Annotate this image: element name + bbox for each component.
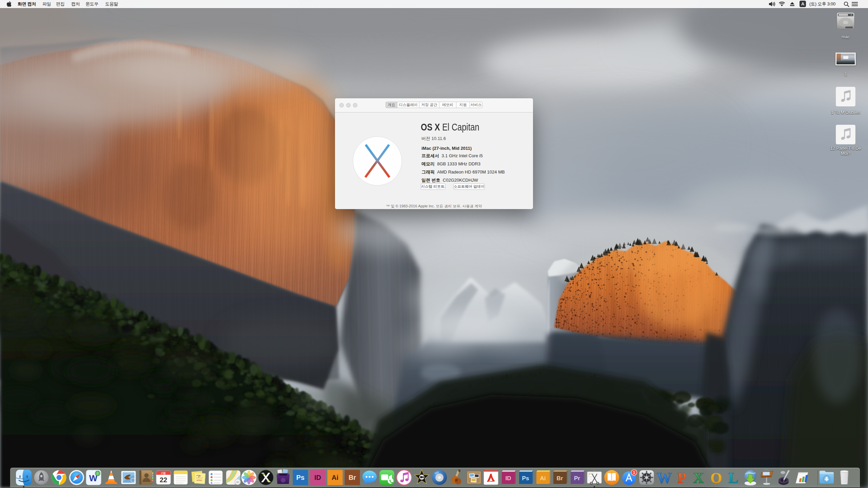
- svg-text:L: L: [728, 470, 738, 486]
- svg-text:1: 1: [633, 470, 635, 474]
- svg-text:22: 22: [160, 476, 167, 484]
- svg-text:A: A: [801, 1, 805, 6]
- svg-text:2월: 2월: [161, 471, 166, 475]
- svg-text:ID: ID: [314, 474, 321, 481]
- svg-text:3D: 3D: [236, 481, 239, 483]
- svg-text:Br: Br: [349, 474, 356, 481]
- svg-text:P: P: [677, 470, 687, 486]
- svg-text:O: O: [710, 470, 722, 486]
- svg-text:Ps: Ps: [296, 474, 304, 481]
- svg-text:Br: Br: [557, 475, 563, 482]
- svg-text:Ps: Ps: [522, 475, 529, 482]
- svg-text:Ai: Ai: [540, 475, 546, 482]
- svg-text:Ai: Ai: [332, 474, 338, 481]
- svg-text:ID: ID: [506, 475, 511, 482]
- svg-text:W: W: [657, 470, 672, 486]
- svg-text:Pr: Pr: [574, 475, 580, 482]
- svg-text:X: X: [693, 470, 704, 486]
